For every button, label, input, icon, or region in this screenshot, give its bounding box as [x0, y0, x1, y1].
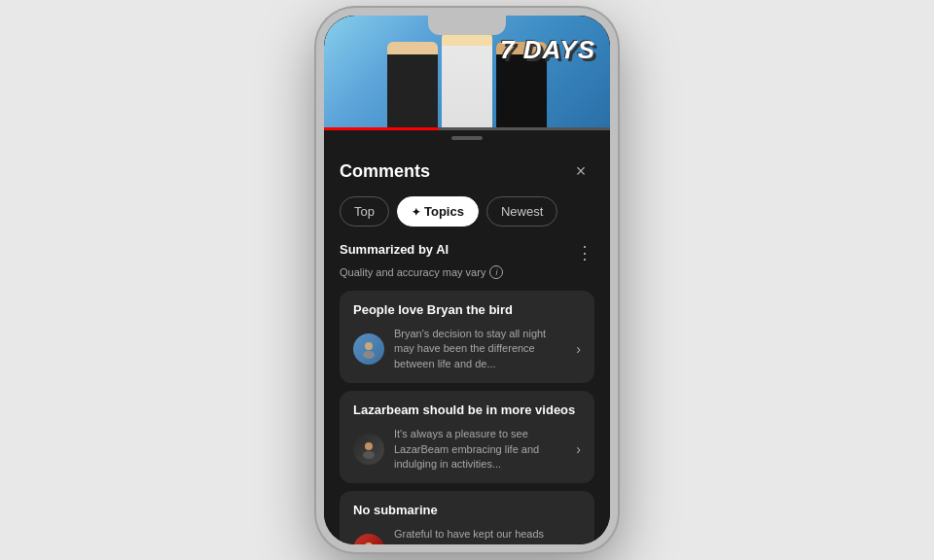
close-button[interactable]: × [567, 158, 594, 185]
filter-tabs: Top ✦Topics Newest [340, 196, 594, 227]
topic-card-2-title: Lazarbeam should be in more videos [353, 402, 581, 417]
more-options-button[interactable]: ⋮ [576, 242, 594, 263]
video-title-overlay: 7 DAYS [500, 35, 595, 65]
svg-point-1 [363, 351, 375, 359]
topic-card-1-excerpt: Bryan's decision to stay all night may h… [394, 327, 566, 371]
phone-notch [428, 16, 506, 35]
chevron-right-icon-2: › [576, 441, 581, 457]
topic-card-3-content: Grateful to have kept our heads above wa… [353, 527, 581, 544]
phone-screen: 7 DAYS Comments × [324, 16, 610, 544]
topic-avatar-3 [353, 534, 384, 544]
scroll-handle [451, 136, 483, 140]
tab-newest[interactable]: Newest [486, 196, 557, 227]
tab-top[interactable]: Top [340, 196, 389, 227]
topic-card-3-excerpt: Grateful to have kept our heads above wa… [394, 527, 566, 544]
ai-summary-title: Summarized by AI [340, 242, 449, 257]
topic-avatar-2 [353, 434, 384, 465]
topic-avatar-1 [353, 333, 384, 365]
comments-header: Comments × [340, 144, 594, 196]
star-icon: ✦ [412, 206, 420, 218]
svg-point-3 [363, 451, 375, 459]
ai-accuracy-note: Quality and accuracy may vary i [340, 265, 594, 279]
tab-topics[interactable]: ✦Topics [397, 196, 479, 227]
topic-card-1-title: People love Bryan the bird [353, 302, 581, 317]
chevron-right-icon-3: › [576, 542, 581, 544]
svg-point-2 [365, 442, 373, 450]
phone-device: 7 DAYS Comments × [316, 8, 618, 552]
phone-frame: 7 DAYS Comments × [316, 8, 618, 552]
comments-panel: Comments × Top ✦Topics Newest [324, 144, 610, 544]
topic-card-2-content: It's always a pleasure to see LazarBeam … [353, 427, 581, 472]
svg-point-0 [365, 342, 373, 350]
topic-card-3[interactable]: No submarine Grateful to have kept our h… [340, 491, 594, 544]
topic-card-2-excerpt: It's always a pleasure to see LazarBeam … [394, 427, 566, 472]
scroll-indicator [324, 130, 610, 144]
chevron-right-icon-1: › [576, 341, 581, 357]
info-icon[interactable]: i [489, 265, 503, 279]
topic-card-1[interactable]: People love Bryan the bird Bryan's decis… [340, 291, 594, 383]
topic-card-2[interactable]: Lazarbeam should be in more videos It's … [340, 391, 594, 483]
svg-point-4 [365, 542, 373, 544]
comments-title: Comments [340, 161, 430, 182]
ai-summary-header: Summarized by AI ⋮ [340, 242, 594, 263]
topic-card-1-content: Bryan's decision to stay all night may h… [353, 327, 581, 371]
topic-card-3-title: No submarine [353, 503, 581, 517]
